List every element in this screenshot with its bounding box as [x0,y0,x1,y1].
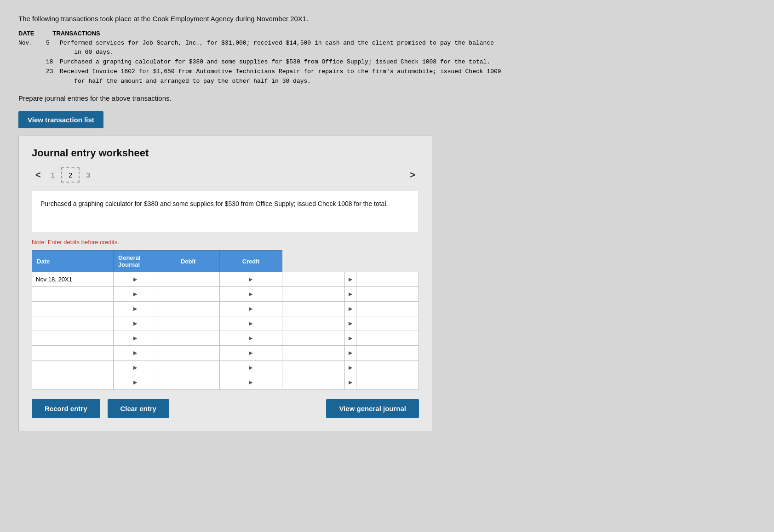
transaction-description-text: Purchased a graphing calculator for $380… [40,200,388,207]
date-input-5[interactable] [32,346,113,360]
debit-arrow-5: ▶ [219,346,282,360]
credit-arrow-6: ▶ [345,360,356,375]
table-row: ▶▶▶ [32,272,419,287]
clear-entry-button[interactable]: Clear entry [108,399,169,418]
col-header-general-journal: General Journal [114,251,157,272]
debit-arrow-1: ▶ [219,287,282,302]
journal-input-7[interactable] [157,375,219,389]
credit-arrow-1: ▶ [345,287,356,302]
credit-arrow-7: ▶ [345,375,356,390]
table-row: ▶▶▶ [32,346,419,360]
journal-input-2[interactable] [157,302,219,316]
record-entry-button[interactable]: Record entry [32,399,100,418]
credit-arrow-0: ▶ [345,272,356,287]
journal-input-3[interactable] [157,316,219,331]
credit-input-4[interactable] [356,331,419,345]
debit-input-7[interactable] [282,375,344,389]
transactions-section: DATE TRANSACTIONS Nov. 5 Performed servi… [18,30,756,86]
trans-desc-3: Received Invoice 1602 for $1,650 from Au… [60,67,501,86]
credit-arrow-4: ▶ [345,331,356,346]
debit-arrow-6: ▶ [219,360,282,375]
date-input-4[interactable] [32,331,113,345]
journal-input-6[interactable] [157,360,219,375]
col-date-header: DATE [18,30,34,37]
trans-desc-1: Performed services for Job Search, Inc.,… [60,39,494,58]
col-trans-header: TRANSACTIONS [52,30,100,37]
row-arrow-5: ▶ [114,346,157,360]
col-header-credit: Credit [219,251,282,272]
debit-arrow-3: ▶ [219,316,282,331]
credit-input-3[interactable] [356,316,419,331]
date-input-3[interactable] [32,316,113,331]
table-row: ▶▶▶ [32,302,419,316]
table-row: ▶▶▶ [32,287,419,302]
credit-input-0[interactable] [356,272,419,286]
journal-table: Date General Journal Debit Credit ▶▶▶▶▶▶… [32,250,419,390]
table-row: ▶▶▶ [32,375,419,390]
trans-desc-2: Purchased a graphing calculator for $380… [60,57,490,67]
intro-line1: The following transactions took place at… [18,14,756,24]
worksheet-container: Journal entry worksheet < 1 2 3 > Purcha… [18,136,432,431]
transaction-description: Purchased a graphing calculator for $380… [32,191,419,232]
col-header-debit: Debit [157,251,219,272]
credit-input-7[interactable] [356,375,419,389]
row-arrow-3: ▶ [114,316,157,331]
row-arrow-6: ▶ [114,360,157,375]
date-input-1[interactable] [32,287,113,301]
trans-day-2: 18 [46,57,60,67]
transaction-row-1: Nov. 5 Performed services for Job Search… [18,39,756,58]
debit-input-6[interactable] [282,360,344,375]
debit-input-1[interactable] [282,287,344,301]
debit-arrow-7: ▶ [219,375,282,390]
buttons-row: Record entry Clear entry View general jo… [32,399,419,418]
page-3[interactable]: 3 [80,168,96,182]
table-row: ▶▶▶ [32,331,419,346]
journal-input-5[interactable] [157,346,219,360]
transactions-header: DATE TRANSACTIONS [18,30,756,37]
credit-input-6[interactable] [356,360,419,375]
date-input-7[interactable] [32,375,113,389]
journal-input-1[interactable] [157,287,219,301]
debit-input-2[interactable] [282,302,344,316]
note-text: Note: Enter debits before credits. [32,239,419,246]
prev-page-button[interactable]: < [32,168,45,182]
date-input-6[interactable] [32,360,113,375]
row-arrow-1: ▶ [114,287,157,302]
date-input-2[interactable] [32,302,113,316]
credit-arrow-3: ▶ [345,316,356,331]
journal-input-0[interactable] [157,272,219,286]
trans-month-2 [18,57,46,67]
pagination: < 1 2 3 > [32,167,419,183]
credit-input-2[interactable] [356,302,419,316]
next-page-button[interactable]: > [406,168,419,182]
debit-input-5[interactable] [282,346,344,360]
row-arrow-0: ▶ [114,272,157,287]
date-input-0[interactable] [32,272,113,286]
trans-day-3: 23 [46,67,60,86]
transactions-body: Nov. 5 Performed services for Job Search… [18,39,756,86]
trans-day-1: 5 [46,39,60,58]
row-arrow-7: ▶ [114,375,157,390]
debit-input-4[interactable] [282,331,344,345]
row-arrow-2: ▶ [114,302,157,316]
page-2[interactable]: 2 [61,167,80,183]
table-row: ▶▶▶ [32,316,419,331]
col-header-date: Date [32,251,114,272]
transaction-row-3: 23 Received Invoice 1602 for $1,650 from… [18,67,756,86]
row-arrow-4: ▶ [114,331,157,346]
worksheet-title: Journal entry worksheet [32,147,419,159]
credit-input-5[interactable] [356,346,419,360]
prepare-text: Prepare journal entries for the above tr… [18,94,756,102]
page-1[interactable]: 1 [45,168,61,182]
credit-arrow-2: ▶ [345,302,356,316]
credit-input-1[interactable] [356,287,419,301]
debit-arrow-4: ▶ [219,331,282,346]
debit-arrow-2: ▶ [219,302,282,316]
journal-input-4[interactable] [157,331,219,345]
view-transaction-button[interactable]: View transaction list [18,111,103,128]
debit-input-0[interactable] [282,272,344,286]
trans-month-1: Nov. [18,39,46,58]
view-general-journal-button[interactable]: View general journal [326,399,419,418]
debit-input-3[interactable] [282,316,344,331]
trans-month-3 [18,67,46,86]
